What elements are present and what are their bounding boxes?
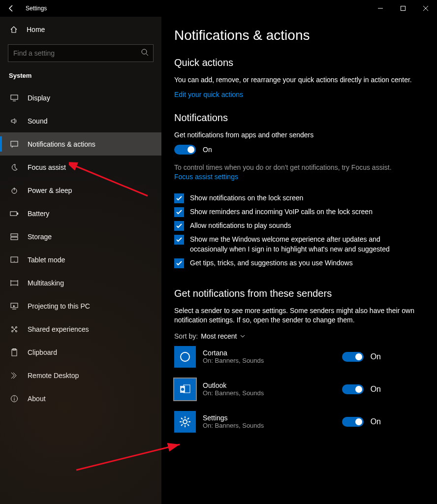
sidebar-item-tablet[interactable]: Tablet mode bbox=[0, 248, 161, 271]
svg-line-40 bbox=[187, 424, 189, 426]
search-icon bbox=[141, 48, 149, 56]
sidebar-item-projecting[interactable]: Projecting to this PC bbox=[0, 294, 161, 317]
home-button[interactable]: Home bbox=[0, 19, 161, 40]
svg-point-34 bbox=[183, 420, 187, 424]
checkbox-icon bbox=[174, 221, 184, 231]
check-sounds[interactable]: Allow notifications to play sounds bbox=[174, 221, 425, 231]
focus-assist-link[interactable]: Focus assist settings bbox=[174, 173, 238, 181]
toggle-state: On bbox=[203, 146, 212, 154]
checkbox-icon bbox=[174, 207, 184, 217]
sender-settings[interactable]: SettingsOn: Banners, Sounds On bbox=[174, 411, 425, 433]
multitasking-icon bbox=[10, 280, 19, 286]
checkbox-icon bbox=[174, 235, 184, 245]
sidebar-item-battery[interactable]: Battery bbox=[0, 202, 161, 225]
clipboard-icon bbox=[10, 348, 19, 356]
senders-heading: Get notifications from these senders bbox=[174, 288, 425, 299]
svg-rect-6 bbox=[11, 141, 18, 146]
sender-toggle-settings[interactable] bbox=[342, 417, 364, 427]
storage-icon bbox=[10, 233, 19, 240]
notifications-heading: Notifications bbox=[174, 112, 425, 124]
focus-assist-hint: To control times when you do or don't ge… bbox=[174, 162, 425, 172]
search-wrap bbox=[8, 44, 154, 62]
check-welcome[interactable]: Show me the Windows welcome experience a… bbox=[174, 235, 425, 254]
outlook-icon bbox=[174, 378, 196, 400]
page-title: Notifications & actions bbox=[174, 28, 425, 43]
display-icon bbox=[10, 94, 19, 101]
checkbox-icon bbox=[174, 258, 184, 268]
svg-rect-4 bbox=[11, 95, 18, 99]
svg-line-41 bbox=[187, 418, 189, 419]
svg-rect-15 bbox=[11, 281, 18, 285]
quick-actions-desc: You can add, remove, or rearrange your q… bbox=[174, 75, 425, 85]
sort-by[interactable]: Sort by: Most recent bbox=[174, 332, 425, 340]
gear-icon bbox=[174, 411, 196, 433]
sidebar-item-storage[interactable]: Storage bbox=[0, 225, 161, 248]
sidebar-item-display[interactable]: Display bbox=[0, 86, 161, 109]
sidebar-item-sound[interactable]: Sound bbox=[0, 109, 161, 132]
chevron-down-icon bbox=[240, 333, 246, 339]
svg-rect-11 bbox=[11, 234, 18, 236]
svg-rect-1 bbox=[401, 6, 406, 11]
notifications-toggle[interactable] bbox=[174, 145, 196, 155]
edit-quick-actions-link[interactable]: Edit your quick actions bbox=[174, 91, 243, 98]
svg-point-30 bbox=[181, 352, 189, 361]
sidebar-item-multitasking[interactable]: Multitasking bbox=[0, 271, 161, 294]
quick-actions-heading: Quick actions bbox=[174, 57, 425, 68]
sidebar-item-notifications[interactable]: Notifications & actions bbox=[0, 132, 161, 156]
window-title: Settings bbox=[23, 5, 47, 12]
titlebar: Settings bbox=[0, 0, 437, 17]
sound-icon bbox=[10, 117, 19, 125]
senders-desc: Select a sender to see more settings. So… bbox=[174, 306, 420, 325]
info-icon bbox=[10, 395, 19, 403]
notifications-icon bbox=[10, 141, 19, 148]
sidebar-item-power[interactable]: Power & sleep bbox=[0, 179, 161, 202]
group-label: System bbox=[0, 67, 161, 86]
nav-list: Display Sound Notifications & actions Fo… bbox=[0, 86, 161, 410]
sidebar-item-about[interactable]: About bbox=[0, 387, 161, 410]
check-lockscreen[interactable]: Show notifications on the lock screen bbox=[174, 193, 425, 203]
power-icon bbox=[10, 187, 19, 194]
minimize-button[interactable] bbox=[369, 0, 392, 17]
sidebar-item-clipboard[interactable]: Clipboard bbox=[0, 341, 161, 364]
check-tips[interactable]: Get tips, tricks, and suggestions as you… bbox=[174, 258, 425, 268]
svg-rect-9 bbox=[10, 212, 17, 216]
svg-point-33 bbox=[181, 388, 184, 391]
notifications-toggle-label: Get notifications from apps and other se… bbox=[174, 130, 425, 140]
sidebar-item-focus-assist[interactable]: Focus assist bbox=[0, 156, 161, 179]
sidebar: Home System Display Sound Notifications … bbox=[0, 17, 161, 504]
sidebar-item-shared[interactable]: Shared experiences bbox=[0, 317, 161, 341]
tablet-icon bbox=[10, 256, 19, 263]
back-button[interactable] bbox=[0, 0, 23, 17]
checkbox-icon bbox=[174, 193, 184, 203]
svg-rect-12 bbox=[11, 237, 18, 240]
svg-rect-10 bbox=[17, 213, 18, 215]
sender-outlook[interactable]: OutlookOn: Banners, Sounds On bbox=[174, 378, 425, 400]
svg-line-42 bbox=[181, 424, 183, 426]
home-label: Home bbox=[27, 26, 45, 33]
main-content: Notifications & actions Quick actions Yo… bbox=[161, 17, 437, 504]
shared-icon bbox=[10, 325, 19, 333]
maximize-button[interactable] bbox=[392, 0, 414, 17]
projecting-icon bbox=[10, 303, 19, 310]
svg-point-29 bbox=[14, 396, 15, 397]
sidebar-item-remote[interactable]: Remote Desktop bbox=[0, 364, 161, 387]
close-button[interactable] bbox=[414, 0, 437, 17]
sender-toggle-outlook[interactable] bbox=[342, 384, 364, 394]
svg-line-3 bbox=[146, 54, 148, 56]
sender-cortana[interactable]: CortanaOn: Banners, Sounds On bbox=[174, 346, 425, 368]
cortana-icon bbox=[174, 346, 196, 368]
search-input[interactable] bbox=[8, 44, 154, 62]
svg-rect-20 bbox=[11, 303, 18, 308]
svg-point-2 bbox=[142, 49, 147, 54]
remote-icon bbox=[10, 372, 19, 379]
check-reminders[interactable]: Show reminders and incoming VoIP calls o… bbox=[174, 207, 425, 217]
moon-icon bbox=[10, 163, 19, 171]
svg-line-39 bbox=[181, 418, 183, 419]
home-icon bbox=[10, 26, 18, 33]
battery-icon bbox=[10, 211, 19, 217]
sender-toggle-cortana[interactable] bbox=[342, 352, 364, 362]
svg-point-14 bbox=[14, 261, 15, 262]
